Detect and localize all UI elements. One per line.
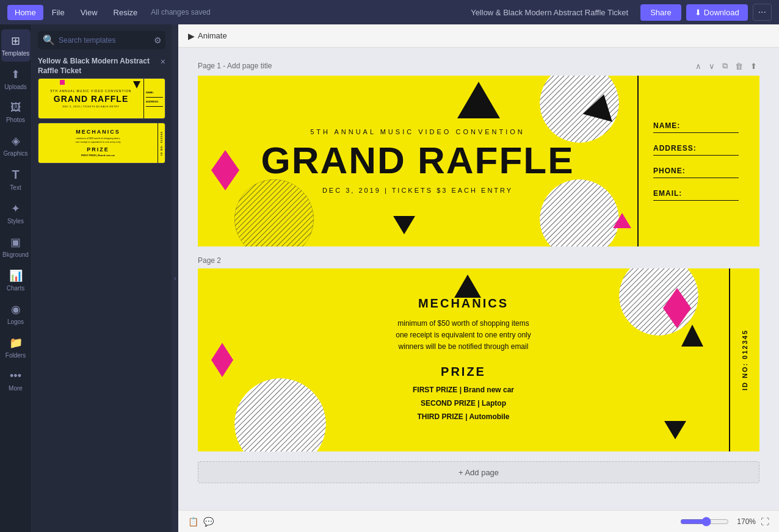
stub-address-line [653,155,739,156]
search-box[interactable]: 🔍 ⚙ [38,31,165,49]
template-thumbnails: 5TH ANNUAL MUSIC VIDEO CONVENTION GRAND … [32,78,172,164]
more-options-button[interactable]: ··· [753,4,772,21]
bottom-triangle-black [393,216,415,234]
stub-id-text: ID NO: 012345 [741,329,748,390]
stub-phone-field: PHONE: [653,167,745,178]
icon-sidebar: ⊞ Templates ⬆ Uploads 🖼 Photos ◈ Graphic… [0,24,32,532]
zoom-percentage: 170% [734,517,756,526]
zoom-slider[interactable] [680,517,729,527]
sidebar-item-background[interactable]: ▣ Bkground [1,231,31,263]
uploads-icon: ⬆ [11,68,20,81]
styles-icon: ✦ [11,202,20,215]
close-panel-button[interactable]: × [161,57,165,66]
page-1-collapse-btn[interactable]: ∧ [693,60,704,72]
search-input[interactable] [59,36,150,45]
ticket2-stub: ID NO: 012345 [729,268,759,451]
page-1-label: Page 1 - Add page title [198,62,272,70]
stub-phone-line [653,178,739,178]
template-title-row: Yellow & Black Modern Abstract Raffle Ti… [32,53,172,78]
stub-address-field: ADDRESS: [653,144,745,156]
ticket-page-2[interactable]: MECHANICS minimum of $50 worth of shoppi… [198,268,759,451]
background-icon: ▣ [10,235,21,249]
zoom-controls: 170% ⛶ [680,517,769,527]
sidebar-item-styles[interactable]: ✦ Styles [1,197,31,229]
topbar-nav: Home File View Resize All changes saved [7,5,471,20]
sidebar-item-logos[interactable]: ◉ Logos [1,298,31,330]
mechanics-text: minimum of $50 worth of shopping items o… [396,318,531,353]
animate-button[interactable]: ▶ Animate [188,31,227,41]
prize-title: PRIZE [441,365,486,379]
template-thumb-2[interactable]: MECHANICS minimum of $50 worth of shoppi… [38,123,165,164]
topbar: Home File View Resize All changes saved … [0,0,779,24]
ticket-stub: NAME: ADDRESS: PHONE: EMAIL: [637,76,759,246]
file-button[interactable]: File [45,5,72,20]
page-1-delete-btn[interactable]: 🗑 [733,60,745,72]
stub-phone-label: PHONE: [653,167,745,175]
templates-panel: 🔍 ⚙ Yellow & Black Modern Abstract Raffl… [32,24,172,532]
text-icon: T [12,168,19,182]
sidebar-item-text[interactable]: T Text [1,163,31,196]
template-name: Yellow & Black Modern Abstract Raffle Ti… [38,57,150,76]
stub-name-label: NAME: [653,121,745,130]
p2-top-black-tri [454,275,481,298]
fullscreen-icon[interactable]: ⛶ [761,517,769,527]
sidebar-item-graphics[interactable]: ◈ Graphics [1,129,31,162]
page-2-label-row: Page 2 [198,256,759,265]
search-icon: 🔍 [43,34,55,46]
logos-icon: ◉ [11,303,21,316]
stub-name-line [653,132,739,133]
photos-icon: 🖼 [10,101,21,114]
page-1-label-row: Page 1 - Add page title ∧ ∨ ⧉ 🗑 ⬆ [198,60,759,72]
stub-email-label: EMAIL: [653,189,745,198]
view-button[interactable]: View [73,5,105,20]
bottom-icons: 📋 💬 [188,517,214,527]
more-icon: ••• [10,370,21,383]
graphics-icon: ◈ [12,134,20,148]
notes-icon[interactable]: 📋 [188,517,198,527]
templates-icon: ⊞ [11,34,20,48]
sidebar-item-more[interactable]: ••• More [1,365,31,397]
panel-header: 🔍 ⚙ [32,24,172,53]
canvas-area: ▶ Animate Page 1 - Add page title ∧ ∨ ⧉ … [178,24,779,532]
page-2-block: Page 2 [198,256,759,451]
mechanics-title: MECHANICS [418,297,509,311]
sidebar-item-templates[interactable]: ⊞ Templates [1,29,31,62]
page-1-block: Page 1 - Add page title ∧ ∨ ⧉ 🗑 ⬆ [198,60,759,246]
ticket-page-1[interactable]: 5TH ANNUAL MUSIC VIDEO CONVENTION GRAND … [198,76,759,246]
main-layout: ⊞ Templates ⬆ Uploads 🖼 Photos ◈ Graphic… [0,24,779,532]
download-button[interactable]: ⬇ Download [686,4,748,21]
add-page-button[interactable]: + Add page [198,461,759,483]
play-icon: ▶ [188,31,195,41]
p2-bottom-black-tri [664,421,686,439]
ticket-main-content: 5TH ANNUAL MUSIC VIDEO CONVENTION GRAND … [198,76,637,246]
stub-email-field: EMAIL: [653,189,745,201]
sidebar-item-photos[interactable]: 🖼 Photos [1,96,31,128]
topbar-right: Yellow & Black Modern Abstract Raffle Ti… [471,4,772,21]
raffle-title: GRAND RAFFLE [261,142,574,179]
filter-icon[interactable]: ⚙ [154,35,162,45]
ticket-date: DEC 3, 2019 | TICKETS $3 EACH ENTRY [322,187,513,194]
save-status: All changes saved [151,8,210,16]
home-button[interactable]: Home [7,5,43,20]
page-1-expand-btn[interactable]: ∨ [706,60,717,72]
stub-name-field: NAME: [653,121,745,133]
bottom-bar: 📋 💬 170% ⛶ [178,510,779,532]
sidebar-item-uploads[interactable]: ⬆ Uploads [1,63,31,95]
page-1-copy-btn[interactable]: ⧉ [720,60,730,72]
template-thumb-1[interactable]: 5TH ANNUAL MUSIC VIDEO CONVENTION GRAND … [38,78,165,119]
stub-address-label: ADDRESS: [653,144,745,153]
page-2-label: Page 2 [198,256,221,265]
resize-button[interactable]: Resize [106,5,145,20]
thumb2-image: MECHANICS minimum of $50 worth of shoppi… [38,123,165,163]
sidebar-item-folders[interactable]: 📁 Folders [1,331,31,364]
canvas-toolbar: ▶ Animate [178,24,779,48]
share-button[interactable]: Share [640,4,681,21]
add-page-block: + Add page [198,461,759,483]
canvas-scroll[interactable]: Page 1 - Add page title ∧ ∨ ⧉ 🗑 ⬆ [178,48,779,510]
prize-text: FIRST PRIZE | Brand new car SECOND PRIZE… [413,384,514,423]
page-1-more-btn[interactable]: ⬆ [748,60,759,72]
folders-icon: 📁 [9,336,23,350]
panel-collapse-handle[interactable]: ‹ [172,24,178,532]
sidebar-item-charts[interactable]: 📊 Charts [1,264,31,297]
comments-icon[interactable]: 💬 [203,517,214,527]
